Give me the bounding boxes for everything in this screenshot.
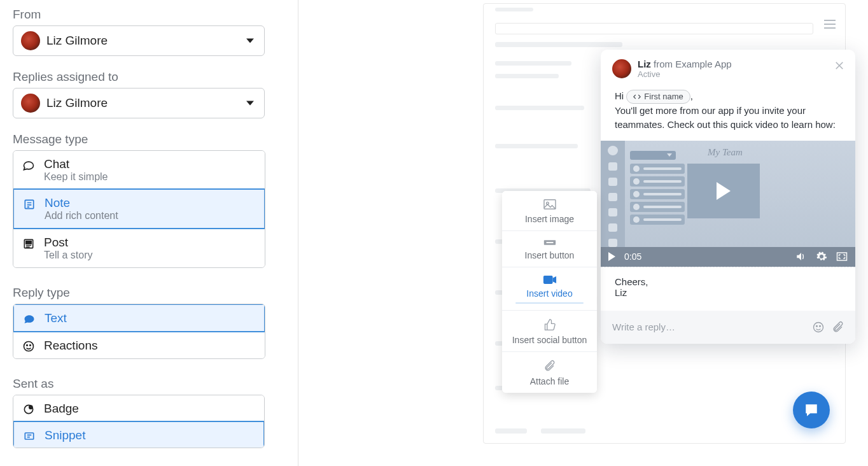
sender-line: Liz from Example App	[638, 59, 732, 69]
svg-point-26	[820, 325, 821, 327]
option-title: Post	[44, 236, 92, 250]
option-sub: Add rich content	[45, 210, 118, 222]
reply-type-list: Text Reactions	[13, 304, 265, 359]
chevron-down-icon	[246, 101, 254, 106]
option-title: Note	[45, 196, 118, 210]
fullscreen-icon[interactable]	[836, 251, 848, 262]
svg-point-25	[816, 325, 818, 327]
menu-icon[interactable]	[824, 20, 836, 29]
note-icon	[23, 198, 36, 211]
svg-rect-13	[25, 433, 33, 439]
post-icon	[22, 237, 35, 250]
reply-input[interactable]	[612, 321, 804, 332]
option-title: Badge	[44, 402, 79, 416]
paperclip-icon[interactable]	[832, 321, 844, 334]
option-title: Reactions	[44, 339, 98, 353]
gear-icon[interactable]	[816, 251, 827, 262]
option-title: Text	[45, 311, 67, 325]
insert-image[interactable]: Insert image	[502, 191, 597, 231]
message-body: Hi First name , You'll get more from our…	[601, 81, 855, 267]
avatar	[612, 59, 631, 78]
volume-icon[interactable]	[795, 251, 807, 262]
option-sub: Tell a story	[44, 250, 92, 261]
badge-icon	[22, 403, 35, 416]
svg-point-8	[24, 342, 34, 351]
sent-as-list: Badge Snippet	[13, 395, 265, 448]
from-select[interactable]: Liz Gilmore	[13, 25, 265, 56]
option-sub: Keep it simple	[44, 171, 108, 183]
preview-panel: Insert image Insert button Insert video …	[298, 0, 868, 466]
video-sidebar	[601, 141, 625, 247]
image-icon	[543, 199, 557, 210]
thumbs-up-icon	[543, 318, 556, 331]
insert-button[interactable]: Insert button	[502, 231, 597, 267]
snippet-icon	[23, 430, 36, 442]
message-type-list: Chat Keep it simple Note Add rich conten…	[13, 150, 265, 268]
messenger-icon	[802, 401, 820, 419]
smile-icon	[22, 340, 35, 353]
menu-label: Insert social button	[512, 335, 587, 345]
menu-label: Attach file	[530, 376, 569, 386]
message-type-post[interactable]: Post Tell a story	[13, 229, 265, 267]
replies-label: Replies assigned to	[13, 70, 285, 84]
messenger-preview: Liz from Example App Active Hi First nam…	[601, 50, 855, 344]
body-text: You'll get more from our app if you invi…	[615, 104, 841, 132]
avatar	[21, 31, 40, 50]
from-label: From	[13, 8, 285, 22]
speech-icon	[23, 313, 36, 325]
menu-label: Insert button	[525, 250, 575, 260]
svg-rect-20	[543, 276, 552, 284]
svg-rect-19	[546, 242, 553, 243]
message-type-label: Message type	[13, 132, 285, 146]
reply-type-text[interactable]: Text	[13, 304, 265, 332]
sent-as-label: Sent as	[13, 377, 285, 391]
close-icon[interactable]	[834, 60, 845, 71]
replies-select[interactable]: Liz Gilmore	[13, 88, 265, 118]
reply-bar	[601, 311, 855, 344]
svg-point-12	[29, 406, 32, 409]
insert-menu: Insert image Insert button Insert video …	[502, 191, 597, 393]
menu-label: Insert video	[526, 288, 572, 299]
code-icon	[633, 94, 641, 100]
reply-type-reactions[interactable]: Reactions	[13, 332, 265, 358]
from-selected-name: Liz Gilmore	[46, 34, 108, 48]
menu-label: Insert image	[525, 214, 574, 224]
messenger-header: Liz from Example App Active	[601, 50, 855, 81]
sent-as-snippet[interactable]: Snippet	[13, 421, 265, 448]
sent-as-badge[interactable]: Badge	[13, 395, 264, 421]
avatar	[21, 94, 40, 113]
video-controls: 0:05	[601, 247, 855, 267]
svg-rect-23	[837, 253, 847, 260]
insert-video[interactable]: Insert video	[502, 267, 597, 311]
button-icon	[543, 239, 557, 246]
video-title: My Team	[708, 146, 743, 160]
video-preview[interactable]: My Team 0:05	[601, 141, 855, 267]
messenger-launcher[interactable]	[793, 392, 830, 428]
play-icon	[717, 182, 731, 200]
svg-point-9	[27, 345, 28, 346]
svg-rect-5	[26, 241, 31, 244]
chat-icon	[22, 159, 35, 172]
settings-panel: From Liz Gilmore Replies assigned to Liz…	[0, 0, 298, 466]
svg-point-24	[814, 322, 823, 332]
chevron-down-icon	[246, 39, 254, 43]
video-icon	[543, 275, 557, 285]
message-closing: Cheers, Liz	[601, 267, 855, 311]
play-overlay	[687, 164, 760, 218]
greeting-line: Hi First name ,	[615, 89, 841, 104]
attach-file[interactable]: Attach file	[502, 352, 597, 393]
reply-type-label: Reply type	[13, 286, 285, 300]
option-title: Chat	[44, 157, 108, 171]
message-type-chat[interactable]: Chat Keep it simple	[13, 151, 265, 189]
emoji-icon[interactable]	[812, 321, 825, 334]
insert-social[interactable]: Insert social button	[502, 311, 597, 352]
svg-point-10	[30, 345, 31, 346]
variable-chip[interactable]: First name	[626, 90, 690, 104]
paperclip-icon	[544, 360, 556, 372]
replies-selected-name: Liz Gilmore	[46, 96, 108, 110]
message-type-note[interactable]: Note Add rich content	[13, 188, 265, 229]
status-text: Active	[638, 69, 732, 79]
play-button[interactable]	[608, 252, 615, 261]
option-title: Snippet	[45, 428, 85, 442]
video-time: 0:05	[624, 250, 641, 263]
